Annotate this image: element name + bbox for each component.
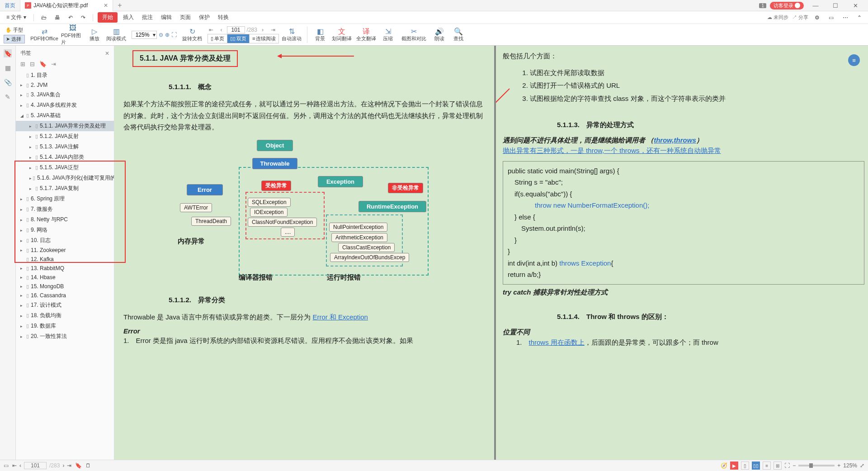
menu-convert[interactable]: 转换 xyxy=(215,13,231,22)
view-double[interactable]: ▯▯ 双页 xyxy=(227,34,250,43)
bookmark-node[interactable]: ▯12. Kafka xyxy=(16,255,114,264)
bookmark-node[interactable]: ▸▯9. 网络 xyxy=(16,225,114,235)
bookmark-node[interactable]: ▸▯4. JAVA多线程并发 xyxy=(16,100,114,110)
sidebar-close-icon[interactable]: ✕ xyxy=(105,50,109,57)
bookmark-node[interactable]: ▸▯11. Zookeeper xyxy=(16,246,114,255)
chevron-up-icon[interactable]: ⌃ xyxy=(854,14,864,22)
status-zoom-out[interactable]: − xyxy=(793,462,796,469)
bookmark-node[interactable]: ◢▯5. JAVA基础 xyxy=(16,110,114,121)
status-last[interactable]: ⇥ xyxy=(67,462,71,469)
page-last[interactable]: ⇥ xyxy=(268,27,278,33)
bookmark-node[interactable]: ▸▯5.1.6. JAVA序列化(创建可复用的Java对象) xyxy=(16,173,114,183)
word-translate[interactable]: 文划词翻译 xyxy=(330,27,354,42)
bookmark-node[interactable]: ▸▯16. Cassandra xyxy=(16,291,114,300)
redo-icon[interactable]: ↷ xyxy=(78,14,88,22)
tab-close-icon[interactable]: ✕ xyxy=(104,2,108,9)
attachment-icon[interactable]: 📎 xyxy=(4,78,12,86)
zoom-slider[interactable] xyxy=(798,465,835,466)
zoom-fit-icon[interactable]: ⛶ xyxy=(171,32,177,38)
share-button[interactable]: ↗ 分享 xyxy=(792,14,808,21)
bookmark-icon[interactable]: 🔖 xyxy=(4,49,12,57)
rotate-button[interactable]: ↻旋转文档 xyxy=(180,27,204,42)
bookmark-node[interactable]: ▸▯14. Hbase xyxy=(16,273,114,282)
bookmark-node[interactable]: ▸▯3. JAVA集合 xyxy=(16,90,114,100)
play-button[interactable]: ▷播放 xyxy=(85,27,104,42)
read-mode[interactable]: ▥阅读模式 xyxy=(104,27,128,42)
print-icon[interactable]: 🖶 xyxy=(52,14,63,22)
zoom-input[interactable]: ▾ xyxy=(132,31,157,39)
bookmark-node[interactable]: ▸▯18. 负载均衡 xyxy=(16,310,114,321)
status-compass-icon[interactable]: 🧭 xyxy=(721,462,727,469)
tab-new[interactable]: + xyxy=(113,0,126,11)
status-fit-icon[interactable]: ⛶ xyxy=(784,462,790,469)
status-note-icon[interactable]: 🗒 xyxy=(85,462,91,469)
status-view-3[interactable]: ≡ xyxy=(763,461,771,470)
read-aloud[interactable]: 🔊朗读 xyxy=(430,27,448,42)
pdf-to-image[interactable]: 🖼PDF转图片 xyxy=(61,24,85,46)
page-prev[interactable]: ‹ xyxy=(218,27,225,33)
tab-file[interactable]: P JAVA核心知识整理.pdf ✕ xyxy=(20,0,113,11)
expand-all-icon[interactable]: ⊞ xyxy=(20,61,25,67)
zoom-out-icon[interactable]: ⊖ xyxy=(159,32,163,38)
collapse-icon[interactable]: ▭ xyxy=(826,14,836,22)
select-tool[interactable]: ➤ 选择 xyxy=(4,35,25,43)
menu-protect[interactable]: 保护 xyxy=(196,13,212,22)
find-button[interactable]: 🔍查找 xyxy=(449,27,467,42)
status-next[interactable]: › xyxy=(62,462,64,469)
full-translate[interactable]: 译全文翻译 xyxy=(354,27,378,42)
screenshot-compare[interactable]: ✂截图和对比 xyxy=(398,27,429,42)
menu-hamburger[interactable]: ≡ 文件 ▾ xyxy=(4,13,29,22)
sync-status[interactable]: ☁ 未同步 xyxy=(767,14,788,21)
window-close[interactable]: ✕ xyxy=(847,2,863,9)
undo-icon[interactable]: ↶ xyxy=(66,14,75,22)
status-expand-icon[interactable]: ⤢ xyxy=(860,462,864,469)
menu-insert[interactable]: 插入 xyxy=(120,13,137,22)
status-red-icon[interactable]: ▶ xyxy=(730,461,738,470)
bookmark-node[interactable]: ▸▯5.1.7. JAVA复制 xyxy=(16,183,114,194)
thumbnail-icon[interactable]: ▦ xyxy=(4,64,12,72)
status-view-2[interactable]: ▯▯ xyxy=(752,461,760,470)
status-view-1[interactable]: ▯ xyxy=(741,461,749,470)
status-prev[interactable]: ‹ xyxy=(19,462,21,469)
zoom-in-icon[interactable]: ⊕ xyxy=(165,32,170,38)
page-next[interactable]: › xyxy=(259,27,266,33)
page-input[interactable]: 101 xyxy=(227,26,245,33)
bookmark-node[interactable]: ▸▯5.1.2. JAVA反射 xyxy=(16,131,114,142)
settings-icon[interactable]: ⚙ xyxy=(812,14,822,22)
window-minimize[interactable]: — xyxy=(807,2,824,9)
bookmark-node[interactable]: ▸▯10. 日志 xyxy=(16,235,114,246)
open-icon[interactable]: 🗁 xyxy=(38,14,49,22)
status-bookmark-icon[interactable]: 🔖 xyxy=(75,462,82,469)
bookmark-node[interactable]: ▯1. 目录 xyxy=(16,70,114,81)
bookmark-node[interactable]: ▸▯15. MongoDB xyxy=(16,282,114,291)
status-view-4[interactable]: ⊞ xyxy=(774,461,782,470)
login-button[interactable]: 访客登录 xyxy=(770,2,804,10)
bookmark-node[interactable]: ▸▯5.1.4. JAVA内部类 xyxy=(16,152,114,162)
add-bookmark-icon[interactable]: 🔖 xyxy=(39,61,47,67)
more-icon[interactable]: ⋯ xyxy=(840,14,851,22)
menu-start[interactable]: 开始 xyxy=(98,12,118,23)
bookmark-node[interactable]: ▸▯5.1.3. JAVA注解 xyxy=(16,142,114,152)
auto-scroll[interactable]: ⇅自动滚动 xyxy=(280,27,303,42)
hand-tool[interactable]: ✋ 手型 xyxy=(4,26,25,34)
tab-home[interactable]: 首页 xyxy=(0,0,20,11)
bookmark-node[interactable]: ▸▯13. RabbitMQ xyxy=(16,264,114,273)
notification-badge[interactable]: 1 xyxy=(759,3,766,8)
bookmark-node[interactable]: ▸▯2. JVM xyxy=(16,81,114,90)
menu-page[interactable]: 页面 xyxy=(177,13,193,22)
window-maximize[interactable]: ☐ xyxy=(827,2,844,9)
bookmark-node[interactable]: ▸▯20. 一致性算法 xyxy=(16,331,114,342)
background[interactable]: ◧背景 xyxy=(311,27,329,42)
bookmark-node[interactable]: ▸▯8. Netty 与RPC xyxy=(16,214,114,225)
status-page-input[interactable]: 101 xyxy=(24,462,47,469)
menu-annotate[interactable]: 批注 xyxy=(139,13,156,22)
pdf-to-office[interactable]: ⇄PDF转Office xyxy=(28,27,60,42)
status-first[interactable]: ⇤ xyxy=(12,462,17,469)
menu-edit[interactable]: 编辑 xyxy=(158,13,175,22)
bookmark-node[interactable]: ▸▯5.1.1. JAVA异常分类及处理 xyxy=(16,121,114,131)
status-menu-icon[interactable]: ▭ xyxy=(4,462,9,469)
goto-bookmark-icon[interactable]: ⇥ xyxy=(51,61,56,67)
status-zoom-in[interactable]: + xyxy=(837,462,840,469)
compress[interactable]: ⇲压缩 xyxy=(379,27,397,42)
bookmark-node[interactable]: ▸▯5.1.5. JAVA泛型 xyxy=(16,162,114,173)
